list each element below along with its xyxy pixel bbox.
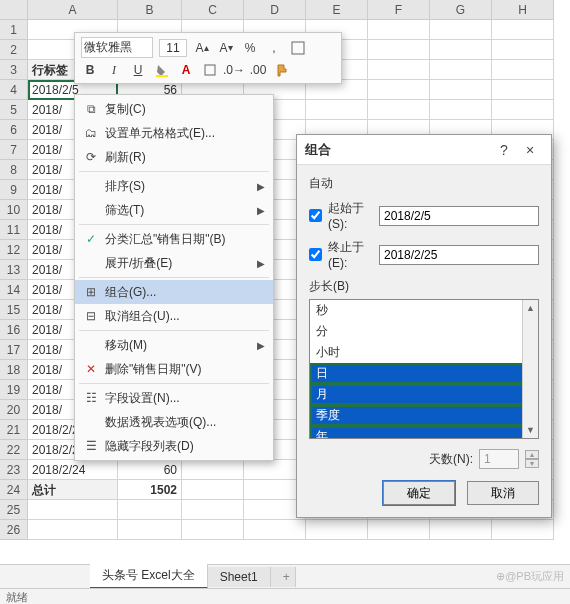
step-option-minutes[interactable]: 分 <box>310 321 538 342</box>
sheet-tab-sheet1[interactable]: Sheet1 <box>208 567 271 587</box>
cell[interactable]: 60 <box>118 460 182 480</box>
cell[interactable] <box>492 60 554 80</box>
cell[interactable]: 2018/2/24 <box>28 460 118 480</box>
row-header-8[interactable]: 8 <box>0 160 28 180</box>
cell[interactable] <box>368 40 430 60</box>
cell[interactable] <box>430 100 492 120</box>
font-name-select[interactable]: 微软雅黑 <box>81 37 153 58</box>
cell[interactable] <box>430 40 492 60</box>
row-header-15[interactable]: 15 <box>0 300 28 320</box>
font-color-icon[interactable]: A <box>177 61 195 79</box>
row-header-3[interactable]: 3 <box>0 60 28 80</box>
row-header-6[interactable]: 6 <box>0 120 28 140</box>
step-option-quarters[interactable]: 季度 <box>310 405 538 426</box>
italic-icon[interactable]: I <box>105 61 123 79</box>
add-sheet-button[interactable]: + <box>271 567 296 587</box>
row-header-1[interactable]: 1 <box>0 20 28 40</box>
cell[interactable] <box>368 60 430 80</box>
cell[interactable] <box>492 100 554 120</box>
increase-decimal-icon[interactable]: .0→ <box>225 61 243 79</box>
row-header-14[interactable]: 14 <box>0 280 28 300</box>
row-header-21[interactable]: 21 <box>0 420 28 440</box>
row-header-13[interactable]: 13 <box>0 260 28 280</box>
row-header-22[interactable]: 22 <box>0 440 28 460</box>
fill-color-icon[interactable] <box>153 61 171 79</box>
menu-refresh[interactable]: ⟳刷新(R) <box>75 145 273 169</box>
start-input[interactable] <box>379 206 539 226</box>
menu-remove-field[interactable]: ✕删除"销售日期"(V) <box>75 357 273 381</box>
menu-filter[interactable]: 筛选(T)▶ <box>75 198 273 222</box>
row-header-9[interactable]: 9 <box>0 180 28 200</box>
row-header-12[interactable]: 12 <box>0 240 28 260</box>
row-header-4[interactable]: 4 <box>0 80 28 100</box>
menu-expand-collapse[interactable]: 展开/折叠(E)▶ <box>75 251 273 275</box>
menu-copy[interactable]: ⧉复制(C) <box>75 97 273 121</box>
menu-subtotal[interactable]: ✓分类汇总"销售日期"(B) <box>75 227 273 251</box>
cell[interactable] <box>492 80 554 100</box>
menu-hide-fieldlist[interactable]: ☰隐藏字段列表(D) <box>75 434 273 458</box>
row-header-17[interactable]: 17 <box>0 340 28 360</box>
cell[interactable] <box>28 500 118 520</box>
cell[interactable] <box>368 20 430 40</box>
row-header-2[interactable]: 2 <box>0 40 28 60</box>
col-header-D[interactable]: D <box>244 0 306 19</box>
col-header-C[interactable]: C <box>182 0 244 19</box>
row-header-5[interactable]: 5 <box>0 100 28 120</box>
col-header-B[interactable]: B <box>118 0 182 19</box>
step-option-hours[interactable]: 小时 <box>310 342 538 363</box>
menu-ungroup[interactable]: ⊟取消组合(U)... <box>75 304 273 328</box>
borders-dropdown-icon[interactable] <box>201 61 219 79</box>
bold-icon[interactable]: B <box>81 61 99 79</box>
step-listbox[interactable]: 秒 分 小时 日 月 季度 年 ▲▼ <box>309 299 539 439</box>
row-header-25[interactable]: 25 <box>0 500 28 520</box>
menu-group[interactable]: ⊞组合(G)... <box>75 280 273 304</box>
cell[interactable] <box>492 520 554 540</box>
cell[interactable] <box>430 520 492 540</box>
col-header-F[interactable]: F <box>368 0 430 19</box>
menu-sort[interactable]: 排序(S)▶ <box>75 174 273 198</box>
decrease-decimal-icon[interactable]: .00 <box>249 61 267 79</box>
col-header-G[interactable]: G <box>430 0 492 19</box>
end-checkbox[interactable] <box>309 248 322 261</box>
borders-icon[interactable] <box>289 39 307 57</box>
listbox-scrollbar[interactable]: ▲▼ <box>522 300 538 438</box>
cell[interactable]: 总计 <box>28 480 118 500</box>
row-header-19[interactable]: 19 <box>0 380 28 400</box>
close-button[interactable]: × <box>517 142 543 158</box>
cell[interactable] <box>182 500 244 520</box>
cell[interactable] <box>244 520 306 540</box>
col-header-H[interactable]: H <box>492 0 554 19</box>
cell[interactable] <box>430 80 492 100</box>
menu-pivottable-options[interactable]: 数据透视表选项(Q)... <box>75 410 273 434</box>
dialog-titlebar[interactable]: 组合 ? × <box>297 135 551 165</box>
cell[interactable] <box>306 520 368 540</box>
cell[interactable] <box>182 520 244 540</box>
start-checkbox[interactable] <box>309 209 322 222</box>
row-header-20[interactable]: 20 <box>0 400 28 420</box>
cell[interactable] <box>182 480 244 500</box>
step-option-days[interactable]: 日 <box>310 363 538 384</box>
cell[interactable] <box>28 520 118 540</box>
cell[interactable] <box>368 520 430 540</box>
cell[interactable] <box>306 100 368 120</box>
cancel-button[interactable]: 取消 <box>467 481 539 505</box>
menu-field-settings[interactable]: ☷字段设置(N)... <box>75 386 273 410</box>
row-header-7[interactable]: 7 <box>0 140 28 160</box>
step-option-seconds[interactable]: 秒 <box>310 300 538 321</box>
cell[interactable] <box>368 100 430 120</box>
cell[interactable] <box>182 460 244 480</box>
cell[interactable] <box>118 520 182 540</box>
col-header-A[interactable]: A <box>28 0 118 19</box>
underline-icon[interactable]: U <box>129 61 147 79</box>
select-all-corner[interactable] <box>0 0 28 19</box>
row-header-18[interactable]: 18 <box>0 360 28 380</box>
cell[interactable] <box>492 40 554 60</box>
row-header-16[interactable]: 16 <box>0 320 28 340</box>
menu-format-cells[interactable]: 🗂设置单元格格式(E)... <box>75 121 273 145</box>
ok-button[interactable]: 确定 <box>383 481 455 505</box>
row-header-24[interactable]: 24 <box>0 480 28 500</box>
increase-font-icon[interactable]: A▴ <box>193 39 211 57</box>
help-button[interactable]: ? <box>491 142 517 158</box>
cell[interactable] <box>492 20 554 40</box>
menu-move[interactable]: 移动(M)▶ <box>75 333 273 357</box>
